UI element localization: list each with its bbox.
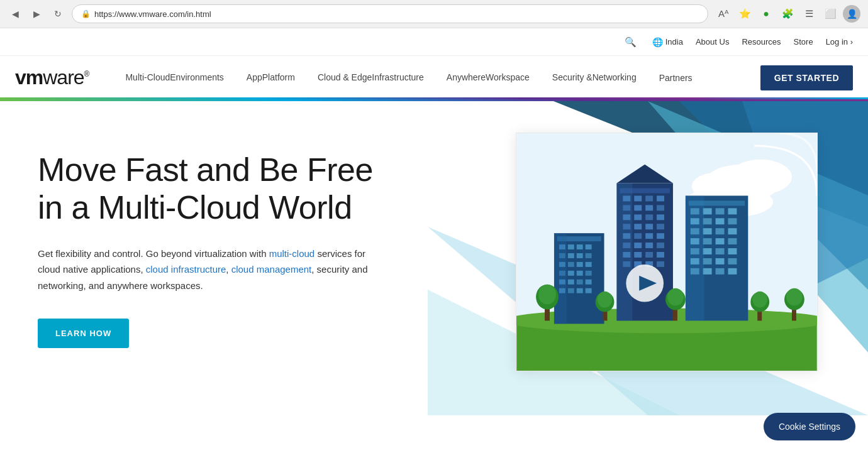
- city-illustration[interactable]: [516, 133, 818, 371]
- reader-mode-icon[interactable]: Aᴬ: [715, 5, 732, 23]
- svg-rect-49: [645, 205, 653, 210]
- about-us-link[interactable]: About Us: [696, 37, 729, 46]
- hero-headline-line2: in a Multi-Cloud World: [38, 189, 352, 226]
- cloud-mgmt-link[interactable]: cloud management: [231, 264, 312, 275]
- nav-label-app-platform-line1: App: [247, 72, 262, 83]
- nav-label-multi-cloud-line2: Environments: [170, 72, 224, 83]
- svg-rect-91: [703, 238, 712, 244]
- nav-item-security-networking[interactable]: Security & Networking: [541, 55, 648, 101]
- svg-rect-92: [716, 238, 725, 244]
- svg-rect-38: [586, 288, 592, 293]
- svg-rect-65: [645, 243, 653, 248]
- browser-toolbar: ◀ ▶ ↻ 🔒 https://www.vmware.com/in.html A…: [0, 0, 868, 28]
- main-navbar: vmware® Multi-Cloud Environments App Pla…: [0, 56, 868, 101]
- region-label: India: [665, 37, 683, 46]
- browser-icons: Aᴬ ⭐ ● 🧩 ☰ ⬜ 👤: [715, 5, 860, 23]
- svg-rect-58: [657, 224, 664, 229]
- svg-rect-39: [554, 233, 567, 324]
- svg-rect-56: [634, 224, 642, 229]
- extension-icon[interactable]: ●: [757, 5, 775, 23]
- svg-rect-50: [657, 205, 664, 210]
- logo-ware: ware: [43, 66, 84, 89]
- nav-label-anywhere-workspace-line2: Workspace: [486, 72, 530, 83]
- svg-rect-46: [657, 195, 664, 201]
- region-selector[interactable]: 🌐 India: [652, 37, 683, 47]
- profile-button[interactable]: 👤: [843, 5, 860, 23]
- svg-rect-48: [634, 205, 642, 210]
- store-link[interactable]: Store: [794, 37, 813, 46]
- svg-rect-74: [657, 261, 664, 267]
- svg-rect-52: [634, 214, 642, 220]
- svg-rect-79: [703, 208, 712, 214]
- svg-rect-93: [728, 238, 737, 244]
- svg-rect-45: [645, 195, 653, 201]
- svg-rect-83: [703, 218, 712, 224]
- svg-rect-29: [577, 271, 583, 276]
- nav-item-app-platform[interactable]: App Platform: [235, 55, 306, 101]
- get-started-button[interactable]: GET STARTED: [760, 65, 853, 90]
- svg-rect-81: [728, 208, 737, 214]
- svg-rect-104: [716, 268, 725, 275]
- lock-icon: 🔒: [81, 9, 91, 18]
- cookie-settings-button[interactable]: Cookie Settings: [764, 413, 855, 415]
- svg-rect-75: [616, 183, 632, 321]
- hero-section: Move Fast and Be Free in a Multi-Cloud W…: [0, 101, 868, 415]
- logo-text: vmware®: [15, 66, 89, 89]
- multicloud-link[interactable]: multi-cloud: [269, 248, 315, 259]
- svg-rect-87: [703, 228, 712, 234]
- nav-item-anywhere-workspace[interactable]: Anywhere Workspace: [435, 55, 541, 101]
- svg-rect-95: [703, 248, 712, 254]
- svg-rect-66: [657, 243, 664, 248]
- svg-point-123: [786, 288, 803, 306]
- svg-rect-25: [577, 262, 583, 267]
- svg-rect-106: [686, 195, 704, 320]
- svg-rect-62: [657, 233, 664, 239]
- nav-item-multi-cloud[interactable]: Multi-Cloud Environments: [114, 55, 235, 101]
- tab-groups-icon[interactable]: ⬜: [821, 5, 839, 23]
- svg-rect-21: [577, 253, 583, 258]
- svg-rect-69: [645, 252, 653, 258]
- nav-label-security-networking-line1: Security &: [552, 72, 593, 83]
- vmware-logo[interactable]: vmware®: [15, 66, 89, 89]
- svg-rect-20: [568, 253, 574, 258]
- svg-rect-103: [703, 268, 712, 275]
- browser-chrome: ◀ ▶ ↻ 🔒 https://www.vmware.com/in.html A…: [0, 0, 868, 28]
- back-button[interactable]: ◀: [8, 6, 23, 21]
- nav-item-cloud-edge[interactable]: Cloud & Edge Infrastructure: [306, 55, 435, 101]
- svg-point-117: [667, 288, 684, 306]
- svg-rect-32: [568, 280, 574, 285]
- svg-rect-22: [586, 253, 592, 258]
- cloud-infra-link[interactable]: cloud infrastructure: [146, 264, 226, 275]
- svg-rect-89: [728, 228, 737, 234]
- favorites-icon[interactable]: ⭐: [736, 5, 754, 23]
- svg-rect-96: [716, 248, 725, 254]
- logo-vm: vm: [15, 66, 43, 89]
- resources-link[interactable]: Resources: [742, 37, 781, 46]
- puzzle-icon[interactable]: 🧩: [779, 5, 796, 23]
- search-button[interactable]: 🔍: [622, 33, 640, 51]
- svg-rect-44: [634, 195, 642, 201]
- nav-label-cloud-edge-line1: Cloud & Edge: [318, 72, 372, 83]
- svg-rect-70: [657, 252, 664, 258]
- collections-icon[interactable]: ☰: [800, 5, 818, 23]
- forward-button[interactable]: ▶: [29, 6, 44, 21]
- svg-rect-37: [577, 288, 583, 293]
- learn-how-button[interactable]: LEARN HOW: [38, 319, 129, 348]
- address-bar[interactable]: 🔒 https://www.vmware.com/in.html: [72, 4, 708, 23]
- svg-rect-68: [634, 252, 642, 258]
- svg-rect-53: [645, 214, 653, 220]
- nav-label-security-networking-line2: Networking: [593, 72, 637, 83]
- hero-headline: Move Fast and Be Free in a Multi-Cloud W…: [38, 151, 377, 227]
- svg-rect-17: [577, 244, 583, 249]
- nav-label-app-platform-line2: Platform: [262, 72, 295, 83]
- svg-rect-84: [716, 218, 725, 224]
- login-link[interactable]: Log in ›: [826, 37, 853, 46]
- logo-registered: ®: [84, 70, 89, 79]
- svg-rect-85: [728, 218, 737, 224]
- utility-bar: 🔍 🌐 India About Us Resources Store Log i…: [0, 28, 868, 56]
- reload-button[interactable]: ↻: [50, 6, 65, 21]
- svg-rect-18: [586, 244, 592, 249]
- hero-headline-line1: Move Fast and Be Free: [38, 151, 373, 188]
- cookie-bar: Cookie Settings: [764, 413, 855, 415]
- nav-item-partners[interactable]: Partners: [648, 55, 704, 101]
